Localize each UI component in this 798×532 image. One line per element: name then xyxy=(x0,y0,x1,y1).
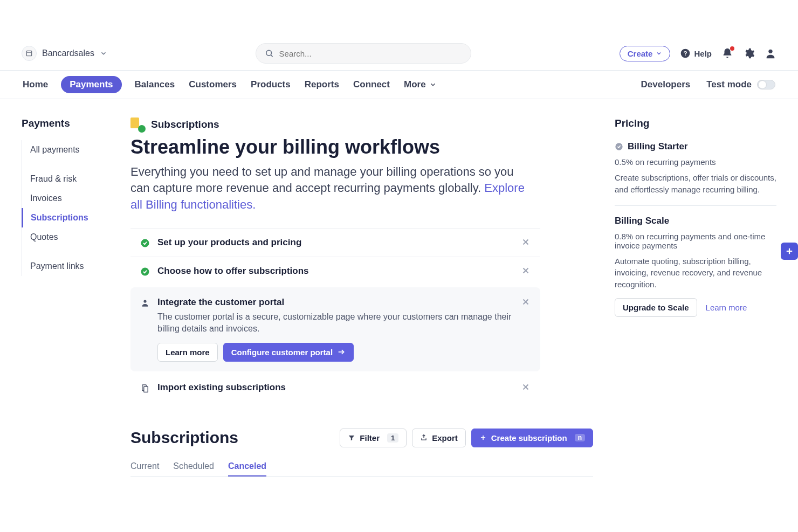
pricing-title: Pricing xyxy=(615,118,776,129)
nav-products[interactable]: Products xyxy=(250,76,292,93)
step-title: Integrate the customer portal xyxy=(157,297,513,308)
plan-scale-rate: 0.8% on recurring payments and one-time … xyxy=(615,232,776,250)
notification-dot xyxy=(730,46,734,51)
chevron-down-icon xyxy=(429,81,437,88)
sidebar-item-all-payments[interactable]: All payments xyxy=(22,140,113,160)
sidebar-item-payment-links[interactable]: Payment links xyxy=(22,257,113,276)
export-icon xyxy=(420,434,428,441)
profile-icon[interactable] xyxy=(765,47,776,59)
pricing-rail: Pricing Billing Starter 0.5% on recurrin… xyxy=(615,118,776,477)
close-icon[interactable] xyxy=(521,237,531,247)
nav-balances[interactable]: Balances xyxy=(134,76,176,93)
page-lead: Everything you need to set up and manage… xyxy=(130,164,529,213)
nav-customers[interactable]: Customers xyxy=(188,76,238,93)
configure-portal-button[interactable]: Configure customer portal xyxy=(223,343,354,362)
subscriptions-icon xyxy=(130,118,145,132)
subscriptions-tabs: Current Scheduled Canceled xyxy=(130,457,593,477)
test-mode-toggle[interactable] xyxy=(757,80,775,89)
filter-label: Filter xyxy=(360,433,380,443)
learn-more-button[interactable]: Learn more xyxy=(157,343,218,362)
create-label: Create xyxy=(628,49,653,58)
step-import-subscriptions: Import existing subscriptions xyxy=(130,374,540,402)
create-subscription-button[interactable]: Create subscription n xyxy=(471,429,593,447)
filter-count: 1 xyxy=(387,433,398,443)
create-button[interactable]: Create xyxy=(620,46,671,61)
step-customer-portal: Integrate the customer portal The custom… xyxy=(130,287,540,371)
nav-more[interactable]: More xyxy=(403,76,438,93)
svg-rect-17 xyxy=(144,386,148,392)
subscriptions-heading: Subscriptions xyxy=(130,429,238,447)
search-icon xyxy=(265,49,274,58)
nav-home[interactable]: Home xyxy=(22,76,49,93)
plan-starter: Billing Starter 0.5% on recurring paymen… xyxy=(615,141,776,206)
topbar-right: Create ? Help xyxy=(620,46,776,61)
step-products-pricing: Set up your products and pricing xyxy=(130,228,540,257)
notifications-icon[interactable] xyxy=(721,47,733,59)
chevron-down-icon xyxy=(100,50,107,57)
floating-add-button[interactable] xyxy=(781,243,798,260)
step-title: Import existing subscriptions xyxy=(157,382,513,393)
primary-nav: Home Payments Balances Customers Product… xyxy=(0,71,798,99)
help-label: Help xyxy=(694,49,712,58)
export-button[interactable]: Export xyxy=(412,429,466,447)
sidebar: Payments All payments Fraud & risk Invoi… xyxy=(22,118,113,477)
plan-scale-name: Billing Scale xyxy=(615,216,669,226)
test-mode-label: Test mode xyxy=(706,79,752,90)
step-title: Set up your products and pricing xyxy=(157,237,513,248)
store-icon xyxy=(22,46,37,61)
create-sub-key: n xyxy=(575,434,585,441)
configure-label: Configure customer portal xyxy=(231,348,333,357)
tab-canceled[interactable]: Canceled xyxy=(228,457,266,476)
close-icon[interactable] xyxy=(521,297,531,307)
nav-payments[interactable]: Payments xyxy=(61,76,121,93)
svg-point-1 xyxy=(266,50,272,56)
upgrade-button[interactable]: Upgrade to Scale xyxy=(615,298,697,317)
close-icon[interactable] xyxy=(521,382,531,392)
subscriptions-list-section: Subscriptions Filter 1 Export Create sub… xyxy=(130,429,593,477)
main: Subscriptions Streamline your billing wo… xyxy=(124,118,604,477)
nav-connect[interactable]: Connect xyxy=(352,76,391,93)
sidebar-item-invoices[interactable]: Invoices xyxy=(22,189,113,208)
chevron-down-icon xyxy=(656,50,662,57)
sidebar-item-subscriptions[interactable]: Subscriptions xyxy=(22,208,113,227)
tab-scheduled[interactable]: Scheduled xyxy=(173,457,214,476)
plan-starter-rate: 0.5% on recurring payments xyxy=(615,157,776,167)
close-icon[interactable] xyxy=(521,266,531,275)
nav-developers[interactable]: Developers xyxy=(640,76,692,93)
sidebar-title: Payments xyxy=(22,118,113,129)
merchant-name: Bancardsales xyxy=(42,49,94,58)
export-label: Export xyxy=(432,433,458,443)
svg-text:?: ? xyxy=(684,50,687,57)
learn-more-link[interactable]: Learn more xyxy=(706,303,747,312)
sidebar-item-fraud[interactable]: Fraud & risk xyxy=(22,169,113,189)
gear-icon[interactable] xyxy=(743,47,755,59)
topbar: Bancardsales Create ? Help xyxy=(0,37,798,71)
step-offer-subscriptions: Choose how to offer subscriptions xyxy=(130,257,540,285)
check-circle-icon xyxy=(140,238,150,248)
tab-current[interactable]: Current xyxy=(130,457,159,476)
page-headline: Streamline your billing workflows xyxy=(130,136,593,158)
help-link[interactable]: ? Help xyxy=(680,48,712,59)
plan-starter-name: Billing Starter xyxy=(628,141,687,152)
page-eyebrow: Subscriptions xyxy=(151,119,219,130)
plus-icon xyxy=(785,246,794,256)
plan-scale-desc: Automate quoting, subscription billing, … xyxy=(615,255,776,291)
filter-button[interactable]: Filter 1 xyxy=(340,429,407,447)
step-desc: The customer portal is a secure, customi… xyxy=(157,311,513,335)
svg-rect-0 xyxy=(26,52,31,56)
search-input-wrap[interactable] xyxy=(256,43,471,64)
search-input[interactable] xyxy=(279,49,462,58)
arrow-right-icon xyxy=(337,348,346,356)
svg-line-2 xyxy=(271,55,272,57)
create-sub-label: Create subscription xyxy=(491,433,567,443)
plan-scale: Billing Scale 0.8% on recurring payments… xyxy=(615,216,776,327)
help-icon: ? xyxy=(680,48,691,59)
svg-point-12 xyxy=(143,300,146,302)
sidebar-item-quotes[interactable]: Quotes xyxy=(22,227,113,247)
check-circle-icon xyxy=(140,267,150,277)
filter-icon xyxy=(348,434,355,441)
merchant-switcher[interactable]: Bancardsales xyxy=(22,46,107,61)
nav-reports[interactable]: Reports xyxy=(304,76,340,93)
step-title: Choose how to offer subscriptions xyxy=(157,266,513,277)
lead-text: Everything you need to set up and manage… xyxy=(130,165,514,195)
